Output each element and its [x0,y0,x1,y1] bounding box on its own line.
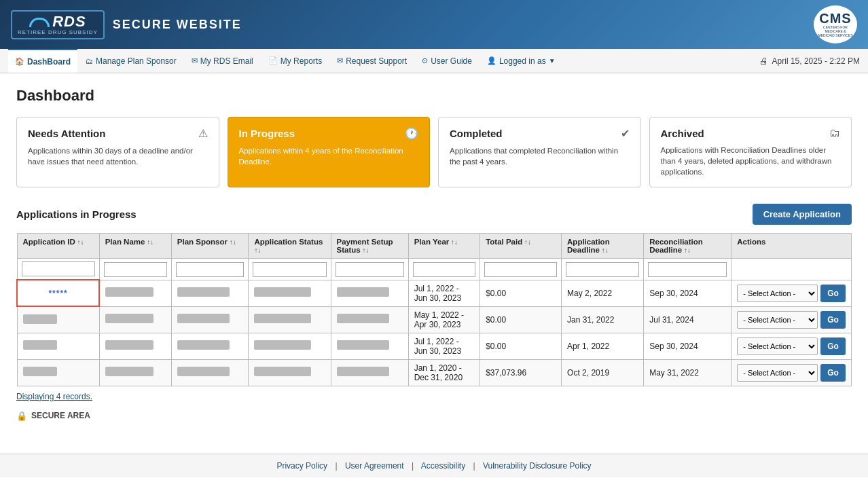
select-action-dropdown[interactable]: - Select Action -View ApplicationEdit Ap… [737,311,818,329]
go-button[interactable]: Go [820,285,846,302]
filter-plan-sponsor-cell [171,259,249,280]
table-body: *****Jul 1, 2022 - Jun 30, 2023$0.00May … [17,280,852,386]
cms-logo-text: CMS [819,12,851,25]
filter-recon-deadline[interactable] [648,262,727,277]
card-needs-attention-title: Needs Attention [28,128,105,139]
cell-plan-name [99,306,171,333]
table-row: *****Jul 1, 2022 - Jun 30, 2023$0.00May … [17,280,852,306]
clock-icon: 🕐 [405,127,418,140]
nav-manage-plan-sponsor[interactable]: 🗂 Manage Plan Sponsor [79,49,183,73]
nav-dashboard[interactable]: 🏠 DashBoard [8,49,77,73]
nav-guide-label: User Guide [431,56,472,66]
card-needs-attention-desc: Applications within 30 days of a deadlin… [28,145,208,167]
filter-total-paid[interactable] [484,262,557,277]
nav-dashboard-label: DashBoard [27,57,71,67]
filter-app-id[interactable] [22,261,95,276]
nav-reports[interactable]: 📄 My Reports [261,49,329,73]
action-cell: - Select Action -View ApplicationEdit Ap… [737,364,846,382]
support-icon: ✉ [337,56,343,65]
placeholder-bar [23,367,57,376]
cell-app-status [249,306,331,333]
cell-payment-setup [331,359,408,386]
cell-app-deadline: Jan 31, 2022 [562,306,644,333]
go-button[interactable]: Go [820,311,846,329]
sort-app-status[interactable]: ↑↓ [254,246,261,254]
placeholder-bar [23,314,57,324]
main-navbar: 🏠 DashBoard 🗂 Manage Plan Sponsor ✉ My R… [0,49,868,73]
placeholder-bar [105,367,153,376]
filter-plan-name[interactable] [104,262,167,277]
cell-plan-year: Jul 1, 2022 - Jun 30, 2023 [408,333,480,359]
sort-plan-year[interactable]: ↑↓ [449,238,458,246]
cell-payment-setup [331,280,408,306]
table-header-row: Application ID ↑↓ Plan Name ↑↓ Plan Spon… [17,234,852,259]
nav-rds-email[interactable]: ✉ My RDS Email [185,49,260,73]
filter-app-status-cell [249,259,331,280]
sort-app-id[interactable]: ↑↓ [75,238,84,246]
go-button[interactable]: Go [820,337,846,355]
filter-app-deadline-cell [562,259,644,280]
sort-total-paid[interactable]: ↑↓ [522,238,531,246]
placeholder-bar [254,367,310,376]
report-icon: 📄 [268,56,278,65]
applications-section-header: Applications in Progress Create Applicat… [16,204,852,225]
sort-plan-name[interactable]: ↑↓ [145,238,153,246]
placeholder-bar [337,314,390,323]
footer-vulnerability-disclosure[interactable]: Vulnerability Disclosure Policy [483,461,592,471]
table-row: Jul 1, 2022 - Jun 30, 2023$0.00Apr 1, 20… [17,333,852,359]
filter-app-deadline[interactable] [566,262,639,277]
nav-user-guide[interactable]: ⊙ User Guide [415,49,479,73]
filter-payment-setup[interactable] [336,262,404,277]
col-plan-sponsor: Plan Sponsor ↑↓ [171,234,249,259]
nav-logged-in[interactable]: 👤 Logged in as ▼ [480,49,562,73]
action-cell: - Select Action -View ApplicationEdit Ap… [737,311,846,329]
cell-plan-sponsor [171,280,249,306]
displaying-records: Displaying 4 records. [16,392,852,401]
sort-payment-setup[interactable]: ↑↓ [361,246,369,254]
sort-app-deadline[interactable]: ↑↓ [600,246,609,254]
filter-app-status[interactable] [253,262,326,277]
footer-privacy-policy[interactable]: Privacy Policy [276,461,327,471]
page-title: Dashboard [16,87,852,105]
cms-logo: CMS CENTERS FORMEDICARE &MEDICAID SERVIC… [814,5,857,43]
filter-plan-year-cell [408,259,480,280]
nav-request-support[interactable]: ✉ Request Support [330,49,414,73]
site-footer: Privacy Policy | User Agreement | Access… [0,454,868,477]
sort-recon-deadline[interactable]: ↑↓ [682,246,691,254]
placeholder-bar [23,340,57,350]
card-archived[interactable]: Archived 🗂 Applications with Reconciliat… [649,117,852,187]
cell-app-status [249,280,331,306]
guide-icon: ⊙ [422,56,428,65]
filter-plan-sponsor[interactable] [176,262,245,277]
secure-area: 🔒 SECURE AREA [16,411,852,421]
cell-plan-sponsor [171,333,249,359]
footer-user-agreement[interactable]: User Agreement [345,461,404,471]
card-in-progress-desc: Applications within 4 years of the Recon… [239,145,419,167]
sort-plan-sponsor[interactable]: ↑↓ [228,238,236,246]
table-row: Jan 1, 2020 - Dec 31, 2020$37,073.96Oct … [17,359,852,386]
card-completed[interactable]: Completed ✔ Applications that completed … [438,117,641,187]
go-button[interactable]: Go [820,364,846,382]
select-action-dropdown[interactable]: - Select Action -View ApplicationEdit Ap… [737,285,818,302]
select-action-dropdown[interactable]: - Select Action -View ApplicationEdit Ap… [737,337,818,355]
filter-recon-deadline-cell [644,259,731,280]
create-application-button[interactable]: Create Application [753,204,852,225]
nav-email-label: My RDS Email [200,56,253,66]
card-completed-desc: Applications that completed Reconciliati… [450,145,630,167]
nav-logged-label: Logged in as [499,56,546,66]
select-action-dropdown[interactable]: - Select Action -View ApplicationEdit Ap… [737,364,818,382]
footer-accessibility[interactable]: Accessibility [421,461,465,471]
cell-app-status [249,359,331,386]
card-in-progress[interactable]: In Progress 🕐 Applications within 4 year… [228,117,431,187]
col-app-status: Application Status ↑↓ [249,234,331,259]
card-needs-attention[interactable]: Needs Attention ⚠ Applications within 30… [16,117,219,187]
filter-plan-year[interactable] [413,262,475,277]
cell-app-deadline: Oct 2, 2019 [562,359,644,386]
user-icon: 👤 [487,56,496,65]
print-icon[interactable]: 🖨 [759,56,768,66]
placeholder-bar [177,367,230,376]
navbar-links: 🏠 DashBoard 🗂 Manage Plan Sponsor ✉ My R… [8,49,562,73]
cell-app-id [17,359,99,386]
cell-actions: - Select Action -View ApplicationEdit Ap… [731,306,852,333]
cell-total-paid: $0.00 [480,333,562,359]
